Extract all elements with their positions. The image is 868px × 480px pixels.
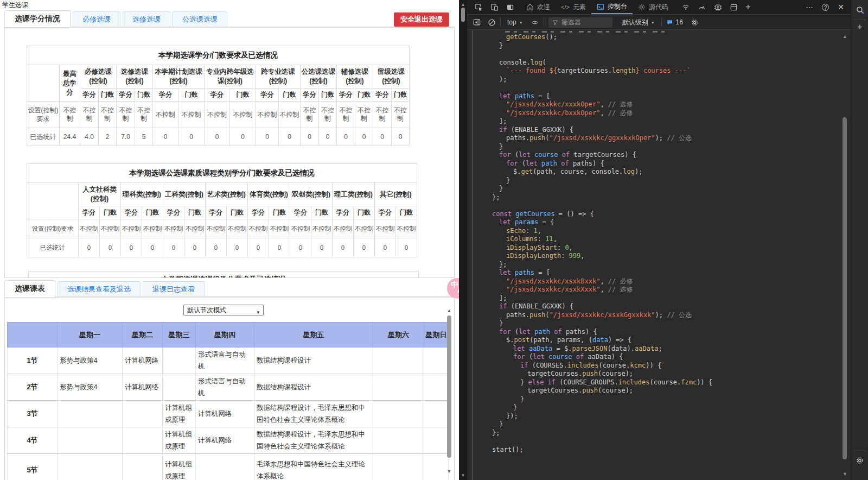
table-cell: 不控制: [227, 219, 248, 238]
scroll-up-arrow[interactable]: ▲: [459, 2, 467, 7]
timetable-cell: 星期一: [58, 323, 123, 348]
code-line: }: [492, 403, 712, 412]
scroll-up-arrow[interactable]: ▲: [446, 308, 452, 313]
console-message-count[interactable]: 16: [666, 18, 683, 26]
funnel-icon: [552, 20, 558, 26]
table-cell: 本学期选课公选课素质课程类别学分/门数要求及已选情况: [27, 164, 417, 183]
console-left-divider: [472, 30, 473, 480]
table-cell: 不控制: [256, 102, 279, 128]
table-cell: 不控制: [290, 219, 311, 238]
table-cell: 跨专业选课(控制): [256, 65, 301, 89]
timetable-cell: 星期六: [373, 323, 424, 348]
table-cell: 不控制: [269, 219, 290, 238]
tab-public-courses[interactable]: 公选课选课: [173, 11, 227, 27]
scrollbar-thumb[interactable]: [843, 117, 847, 459]
console-settings-gear-icon[interactable]: [691, 18, 699, 27]
context-selector[interactable]: top ▼: [505, 18, 525, 26]
add-tab-icon[interactable]: +: [745, 3, 751, 11]
help-icon[interactable]: ?: [822, 4, 829, 11]
table-cell: 0: [373, 128, 392, 146]
code-line: $.post(path, params, (data) => {: [492, 336, 712, 345]
close-devtools-icon[interactable]: ✕: [838, 3, 844, 11]
tab-sources[interactable]: 源代码: [633, 0, 674, 14]
table-cell: 不控制: [396, 219, 417, 238]
log-level-selector[interactable]: 默认级别 ▼: [620, 18, 657, 27]
more-options-icon[interactable]: ⋯: [806, 3, 813, 11]
live-expression-eye-icon[interactable]: [531, 19, 539, 26]
safe-exit-button[interactable]: 安全退出选课: [394, 12, 449, 27]
period-mode-select[interactable]: 默认节次模式 ▼: [183, 305, 264, 315]
credit-requirements-table: 本学期选课学分/门数要求及已选情况最高总学分必修选课(控制)选修选课(控制)本学…: [27, 46, 410, 146]
table-cell: 不控制: [319, 102, 337, 128]
table-cell: 2: [99, 128, 117, 146]
tab-required-courses[interactable]: 必修选课: [73, 11, 120, 27]
application-icon[interactable]: [730, 3, 738, 11]
clear-console-icon[interactable]: [488, 18, 496, 27]
filter-input[interactable]: 筛选器: [548, 17, 612, 28]
timetable-cell: [373, 401, 424, 427]
table-cell: 理工类(控制): [333, 183, 375, 206]
bottom-tab-bar: 选课课表 选课结果查看及退选 退课日志查看: [4, 281, 455, 297]
tab-welcome[interactable]: 欢迎: [521, 0, 556, 14]
table-cell: 不控制: [142, 219, 163, 238]
network-icon[interactable]: [681, 3, 690, 11]
console-sidebar-toggle-icon[interactable]: [473, 18, 481, 26]
code-line: }: [492, 185, 712, 193]
sidebar-add-icon[interactable]: +: [851, 23, 868, 31]
table-cell: 不控制: [135, 102, 153, 128]
scroll-down-arrow[interactable]: ▼: [446, 469, 452, 474]
code-line: if (ENABLE_GGXXK) {: [492, 302, 712, 311]
sidebar-settings-gear-icon[interactable]: [851, 456, 868, 465]
table-cell: 门数: [319, 89, 337, 102]
scroll-up-arrow[interactable]: ▲: [843, 34, 847, 39]
code-line: getCourses();: [492, 33, 712, 42]
table-cell: 学分: [80, 89, 99, 102]
timetable-cell: [123, 401, 163, 427]
timetable-cell: 形式语言与自动机: [196, 374, 254, 401]
table-cell: 门数: [355, 89, 373, 102]
sidebar-divider: [854, 451, 866, 451]
memory-icon[interactable]: [714, 3, 722, 11]
scroll-down-arrow[interactable]: ▼: [459, 473, 467, 478]
scrollbar-thumb[interactable]: [447, 315, 451, 458]
tab-elements[interactable]: </> 元素: [556, 0, 591, 14]
table-cell: 设置(控制)要求: [27, 102, 60, 128]
tab-drop-log[interactable]: 退课日志查看: [143, 281, 205, 296]
table-cell: 不控制: [355, 102, 373, 128]
scroll-down-arrow[interactable]: ▼: [843, 471, 847, 477]
tab-console[interactable]: 控制台: [591, 1, 633, 14]
table-cell: 辅修选课(控制): [337, 65, 373, 89]
code-line: }: [492, 143, 712, 151]
performance-icon[interactable]: [698, 3, 706, 11]
table-cell: 不控制: [205, 102, 230, 128]
code-line: [492, 201, 712, 210]
code-line: }: [492, 42, 712, 50]
panel-layout-icon[interactable]: [506, 3, 514, 11]
timetable-cell: [163, 374, 196, 401]
tab-credit-status[interactable]: 选课学分情况: [4, 10, 71, 27]
table-cell: 不控制: [121, 219, 142, 238]
filter-placeholder: 筛选器: [561, 18, 581, 27]
device-toolbar-icon[interactable]: [490, 3, 499, 11]
table-cell: 0: [153, 128, 178, 146]
tab-course-timetable[interactable]: 选课课表: [4, 280, 55, 297]
weekly-timetable: 星期一星期二星期三星期四星期五星期六星期日1节形势与政策4计算机网络形式语言与自…: [7, 322, 449, 480]
code-line: "/jsxsd/xsxkkc/bxxkOper", // 必修: [492, 109, 712, 118]
timetable-cell: 星期三: [163, 323, 196, 348]
console-icon: [597, 3, 604, 11]
code-line: let paths = [: [492, 269, 712, 277]
inspect-element-icon[interactable]: [475, 3, 483, 11]
timetable-cell: 形势与政策4: [58, 374, 123, 401]
tab-elective-courses[interactable]: 选修选课: [123, 11, 170, 27]
timetable-cell: 计算机网络: [123, 374, 163, 401]
table-cell: 不控制: [184, 219, 206, 238]
scrollbar-thumb[interactable]: [461, 8, 465, 22]
table-cell: 本学期选课学分/门数要求及已选情况: [27, 46, 410, 65]
table-cell: 0: [301, 128, 319, 146]
timetable-cell: [373, 374, 424, 401]
public-course-category-table: 本学期选课公选课素质课程类别学分/门数要求及已选情况人文社科类(控制)理科类(控…: [27, 163, 417, 257]
table-cell: 0: [79, 238, 100, 257]
table-cell: 学分: [256, 89, 279, 102]
sidebar-search-icon[interactable]: [851, 5, 868, 15]
tab-selection-results[interactable]: 选课结果查看及退选: [58, 281, 141, 296]
